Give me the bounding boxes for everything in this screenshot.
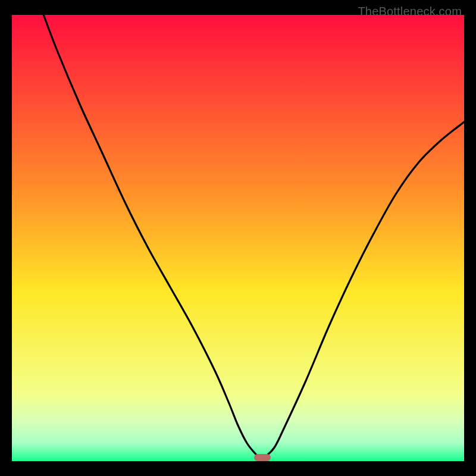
optimum-marker [254, 454, 271, 461]
plot-area [12, 15, 464, 461]
watermark-text: TheBottleneck.com [358, 5, 462, 18]
chart-frame: TheBottleneck.com [6, 6, 470, 470]
bottleneck-curve [12, 15, 464, 461]
